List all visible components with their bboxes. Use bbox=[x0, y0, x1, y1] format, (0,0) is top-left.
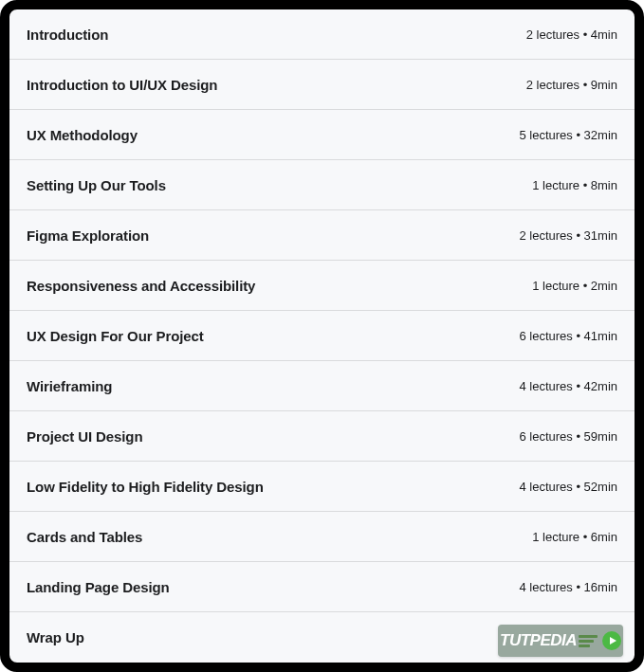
section-meta: 1 lecture • 8min bbox=[532, 178, 617, 192]
watermark-text: TUTPEDIA bbox=[500, 631, 577, 650]
section-row[interactable]: Responsiveness and Accessibility1 lectur… bbox=[9, 261, 635, 311]
section-row[interactable]: Low Fidelity to High Fidelity Design4 le… bbox=[9, 462, 635, 512]
section-title: Introduction to UI/UX Design bbox=[27, 77, 217, 93]
section-row[interactable]: Landing Page Design4 lectures • 16min bbox=[9, 562, 635, 612]
section-row[interactable]: UX Design For Our Project6 lectures • 41… bbox=[9, 311, 635, 361]
course-content-panel: Introduction2 lectures • 4minIntroductio… bbox=[0, 0, 644, 672]
watermark-badge: TUTPEDIA bbox=[498, 625, 623, 657]
section-title: Figma Exploration bbox=[27, 227, 149, 244]
section-title: UX Methodology bbox=[27, 127, 138, 143]
section-title: Introduction bbox=[27, 27, 108, 43]
section-title: Wrap Up bbox=[27, 629, 84, 645]
section-row[interactable]: Project UI Design6 lectures • 59min bbox=[9, 411, 635, 462]
section-meta: 2 lectures • 31min bbox=[519, 228, 617, 243]
section-meta: 5 lectures • 32min bbox=[519, 128, 617, 142]
section-row[interactable]: Introduction to UI/UX Design2 lectures •… bbox=[9, 60, 635, 110]
section-title: UX Design For Our Project bbox=[27, 328, 204, 344]
section-title: Wirieframing bbox=[27, 378, 112, 394]
section-meta: 4 lectures • 42min bbox=[519, 379, 617, 393]
section-title: Responsiveness and Accessibility bbox=[27, 278, 255, 294]
section-meta: 4 lectures • 16min bbox=[519, 580, 617, 594]
section-row[interactable]: Setting Up Our Tools1 lecture • 8min bbox=[9, 160, 635, 210]
section-row[interactable]: UX Methodology5 lectures • 32min bbox=[9, 110, 635, 160]
section-row[interactable]: Figma Exploration2 lectures • 31min bbox=[9, 210, 635, 261]
section-meta: 4 lectures • 52min bbox=[519, 480, 617, 494]
section-meta: 1 lecture • 2min bbox=[532, 279, 617, 293]
section-meta: 2 lectures • 9min bbox=[526, 78, 617, 92]
section-meta: 6 lectures • 59min bbox=[519, 429, 617, 444]
section-meta: 2 lectures • 4min bbox=[526, 27, 617, 42]
section-title: Cards and Tables bbox=[27, 529, 142, 545]
section-title: Project UI Design bbox=[27, 428, 143, 445]
play-icon bbox=[602, 631, 621, 650]
section-meta: 1 lecture • 6min bbox=[532, 530, 617, 544]
section-row[interactable]: Wirieframing4 lectures • 42min bbox=[9, 361, 635, 411]
section-row[interactable]: Introduction2 lectures • 4min bbox=[9, 9, 635, 60]
section-title: Setting Up Our Tools bbox=[27, 177, 166, 193]
section-title: Landing Page Design bbox=[27, 579, 170, 595]
section-meta: 6 lectures • 41min bbox=[519, 329, 617, 343]
watermark-lines-icon bbox=[579, 635, 598, 647]
section-list: Introduction2 lectures • 4minIntroductio… bbox=[9, 9, 635, 663]
section-row[interactable]: Cards and Tables1 lecture • 6min bbox=[9, 512, 635, 562]
section-title: Low Fidelity to High Fidelity Design bbox=[27, 479, 264, 495]
